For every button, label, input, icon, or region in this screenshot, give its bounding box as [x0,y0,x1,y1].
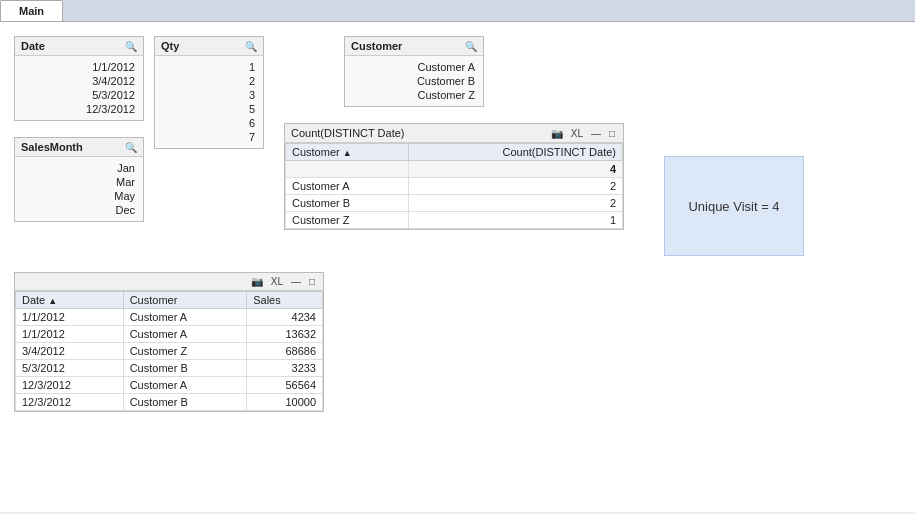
list-item[interactable]: 1/1/2012 [15,60,143,74]
list-item[interactable]: 5 [155,102,263,116]
customer-panel-body: Customer A Customer B Customer Z [345,56,483,106]
table-row: Customer Z 1 [286,212,623,229]
main-data-table: Date ▲ Customer Sales 1/1/2012 Customer … [15,291,323,411]
count-table-header-bar: Count(DISTINCT Date) 📷 XL — □ [285,124,623,143]
list-item[interactable]: 12/3/2012 [15,102,143,116]
left-col: Date 🔍 1/1/2012 3/4/2012 5/3/2012 12/3/2… [14,36,144,230]
list-item[interactable]: 3/4/2012 [15,74,143,88]
salesmonth-panel-header: SalesMonth 🔍 [15,138,143,157]
xl-button2[interactable]: XL [269,276,285,287]
sales-cell: 13632 [247,326,323,343]
table-row: 1/1/2012 Customer A 4234 [16,309,323,326]
list-item[interactable]: 2 [155,74,263,88]
salesmonth-panel-body: Jan Mar May Dec [15,157,143,221]
customer-cell: Customer Z [123,343,247,360]
total-label [286,161,409,178]
minimize-button[interactable]: — [589,128,603,139]
count-table-container: Count(DISTINCT Date) 📷 XL — □ Customer ▲… [284,123,624,230]
table-row: 12/3/2012 Customer B 10000 [16,394,323,411]
sales-cell: 3233 [247,360,323,377]
customer-panel-header: Customer 🔍 [345,37,483,56]
col-sales: Sales [247,292,323,309]
list-item[interactable]: 5/3/2012 [15,88,143,102]
maximize-button2[interactable]: □ [307,276,317,287]
date-cell: 12/3/2012 [16,394,124,411]
customer-cell: Customer B [286,195,409,212]
main-table-header-bar: 📷 XL — □ [15,273,323,291]
main-table-container: 📷 XL — □ Date ▲ Customer Sales 1/1/2012 … [14,272,324,412]
date-cell: 5/3/2012 [16,360,124,377]
qty-panel-title: Qty [161,40,179,52]
tab-bar: Main [0,0,915,22]
col-date: Date ▲ [16,292,124,309]
customer-cell: Customer A [123,309,247,326]
list-item[interactable]: Jan [15,161,143,175]
customer-cell: Customer B [123,360,247,377]
customer-panel: Customer 🔍 Customer A Customer B Custome… [344,36,484,107]
date-cell: 12/3/2012 [16,377,124,394]
customer-cell: Customer A [123,377,247,394]
table-row: 12/3/2012 Customer A 56564 [16,377,323,394]
unique-visit-box: Unique Visit = 4 [664,156,804,256]
salesmonth-search-icon[interactable]: 🔍 [125,142,137,153]
xl-button[interactable]: XL [569,128,585,139]
count-cell: 2 [408,195,622,212]
customer-panel-title: Customer [351,40,402,52]
main-content: Date 🔍 1/1/2012 3/4/2012 5/3/2012 12/3/2… [0,22,915,512]
count-table-title: Count(DISTINCT Date) [291,127,405,139]
salesmonth-panel-title: SalesMonth [21,141,83,153]
col-header-count: Count(DISTINCT Date) [408,144,622,161]
customer-cell: Customer Z [286,212,409,229]
list-item[interactable]: 1 [155,60,263,74]
list-item[interactable]: Mar [15,175,143,189]
table-row: 1/1/2012 Customer A 13632 [16,326,323,343]
salesmonth-panel: SalesMonth 🔍 Jan Mar May Dec [14,137,144,222]
customer-search-icon[interactable]: 🔍 [465,41,477,52]
total-value: 4 [408,161,622,178]
table-row: Customer A 2 [286,178,623,195]
date-panel: Date 🔍 1/1/2012 3/4/2012 5/3/2012 12/3/2… [14,36,144,121]
list-item[interactable]: 7 [155,130,263,144]
list-item[interactable]: 6 [155,116,263,130]
table-row: Customer B 2 [286,195,623,212]
date-cell: 1/1/2012 [16,309,124,326]
unique-visit-label: Unique Visit = 4 [688,199,779,214]
qty-panel-body: 1 2 3 5 6 7 [155,56,263,148]
count-table: Customer ▲ Count(DISTINCT Date) 4 Custom… [285,143,623,229]
list-item[interactable]: Dec [15,203,143,217]
qty-search-icon[interactable]: 🔍 [245,41,257,52]
camera-icon2[interactable]: 📷 [249,276,265,287]
minimize-button2[interactable]: — [289,276,303,287]
sales-cell: 10000 [247,394,323,411]
col-customer: Customer [123,292,247,309]
list-item[interactable]: Customer Z [345,88,483,102]
sales-cell: 56564 [247,377,323,394]
list-item[interactable]: May [15,189,143,203]
table-row: 3/4/2012 Customer Z 68686 [16,343,323,360]
count-cell: 2 [408,178,622,195]
qty-panel: Qty 🔍 1 2 3 5 6 7 [154,36,264,149]
count-cell: 1 [408,212,622,229]
date-panel-header: Date 🔍 [15,37,143,56]
date-search-icon[interactable]: 🔍 [125,41,137,52]
table-row: 4 [286,161,623,178]
camera-icon[interactable]: 📷 [549,128,565,139]
date-panel-body: 1/1/2012 3/4/2012 5/3/2012 12/3/2012 [15,56,143,120]
list-item[interactable]: Customer B [345,74,483,88]
sales-cell: 68686 [247,343,323,360]
customer-cell: Customer A [286,178,409,195]
tab-main[interactable]: Main [0,0,63,21]
table-row: 5/3/2012 Customer B 3233 [16,360,323,377]
panels-top: Date 🔍 1/1/2012 3/4/2012 5/3/2012 12/3/2… [14,36,901,256]
customer-cell: Customer B [123,394,247,411]
bottom-area: 📷 XL — □ Date ▲ Customer Sales 1/1/2012 … [14,264,901,412]
date-cell: 1/1/2012 [16,326,124,343]
qty-panel-header: Qty 🔍 [155,37,263,56]
date-cell: 3/4/2012 [16,343,124,360]
count-table-controls: 📷 XL — □ [549,128,617,139]
maximize-button[interactable]: □ [607,128,617,139]
top-right-area: Customer 🔍 Customer A Customer B Custome… [284,36,624,230]
list-item[interactable]: Customer A [345,60,483,74]
list-item[interactable]: 3 [155,88,263,102]
sales-cell: 4234 [247,309,323,326]
